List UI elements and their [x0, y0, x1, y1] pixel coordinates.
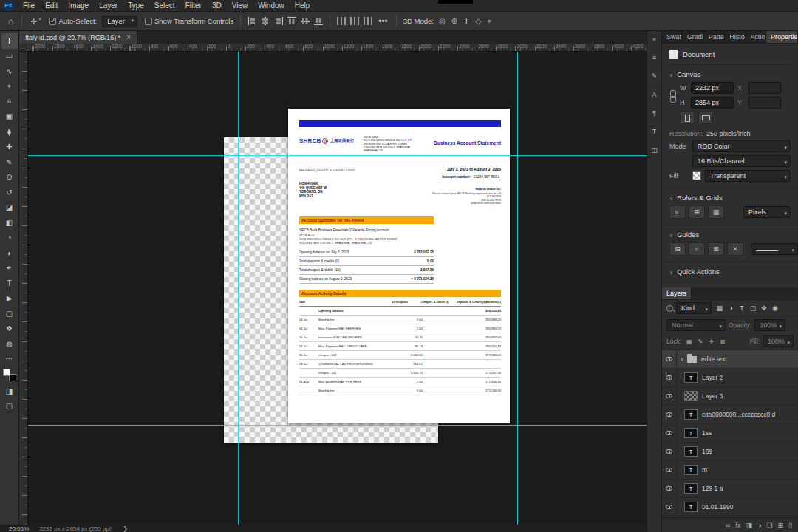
visibility-toggle[interactable] — [662, 387, 677, 405]
menu-item[interactable]: Layer — [94, 0, 123, 12]
guide-horizontal[interactable] — [28, 425, 647, 426]
tab-close-icon[interactable]: × — [126, 33, 131, 41]
zoom-tool[interactable]: ◍ — [1, 336, 18, 352]
canvas-section-header[interactable]: Canvas — [669, 70, 791, 78]
visibility-toggle[interactable] — [662, 424, 677, 442]
lock-guides-icon[interactable]: ⊠ — [708, 242, 724, 256]
menu-item[interactable]: 3D — [207, 0, 227, 12]
lock-position-icon[interactable]: ✛ — [706, 337, 716, 346]
ruler-corner[interactable] — [19, 44, 28, 52]
adjustment-layer-icon[interactable]: ◑ — [757, 522, 761, 529]
layer-row[interactable]: T 169 — [662, 443, 798, 461]
3d-slide-icon[interactable]: ◇ — [473, 17, 485, 25]
link-layers-icon[interactable]: ∞ — [726, 522, 730, 529]
guide-layout-icon[interactable]: ⌗ — [689, 242, 705, 256]
layer-thumbnail[interactable]: T — [684, 465, 698, 475]
blend-mode-dropdown[interactable]: Normal — [666, 319, 726, 331]
shape-tool[interactable]: ▢ — [1, 306, 18, 321]
distribute-horizontal-icon[interactable] — [337, 17, 346, 25]
guide-style-dropdown[interactable] — [751, 243, 798, 255]
3d-pan-icon[interactable]: ✛ — [460, 17, 472, 25]
align-right-icon[interactable] — [274, 17, 283, 25]
distribute-spacing-icon[interactable] — [364, 17, 372, 25]
quick-actions-section-header[interactable]: Quick Actions — [669, 267, 791, 276]
auto-select-target-dropdown[interactable]: Layer — [102, 16, 137, 27]
units-dropdown[interactable]: Pixels — [743, 206, 791, 218]
landscape-orientation-button[interactable] — [698, 112, 713, 124]
clear-guides-icon[interactable]: ✕ — [727, 242, 743, 256]
grid-icon[interactable]: ⊞ — [689, 205, 705, 219]
align-left-icon[interactable] — [248, 17, 256, 25]
healing-brush-tool[interactable]: ✚ — [1, 140, 18, 155]
layer-name[interactable]: Layer 2 — [702, 374, 723, 381]
guide-vertical[interactable] — [238, 52, 239, 525]
group-caret-icon[interactable]: ∨ — [677, 356, 687, 362]
filter-type-layers-icon[interactable]: T — [737, 303, 747, 313]
layer-effects-icon[interactable]: fx — [735, 522, 740, 529]
layer-name[interactable]: edite text — [701, 355, 727, 363]
filter-pixel-layers-icon[interactable]: ▦ — [715, 303, 725, 313]
menu-item[interactable]: File — [18, 0, 40, 12]
menu-item[interactable]: Type — [123, 0, 149, 12]
visibility-toggle[interactable] — [662, 350, 677, 368]
quick-mask-icon[interactable]: ◨ — [1, 383, 18, 399]
layer-filter-dropdown[interactable]: Kind — [676, 302, 712, 314]
gradient-tool[interactable]: ◧ — [1, 215, 18, 231]
menu-item[interactable]: Select — [149, 0, 180, 12]
layer-thumbnail[interactable] — [684, 391, 698, 401]
layers-fill-dropdown[interactable]: 100% — [763, 335, 794, 347]
layer-row[interactable]: T 01.01.1990 — [662, 498, 798, 516]
canvas-area[interactable]: SHRCB 上海农商银行 SRCB BANKNO.8 XINCHENG MIDD… — [28, 52, 647, 525]
menu-item[interactable]: Help — [290, 0, 316, 12]
frame-tool[interactable]: ▣ — [1, 109, 18, 125]
guide-vertical[interactable] — [517, 52, 518, 525]
3d-orbit-icon[interactable]: ◎ — [436, 17, 449, 25]
ruler-horizontal[interactable]: 2000180016001400120010008006004002000200… — [28, 44, 647, 52]
layer-mask-icon[interactable]: ◨ — [746, 522, 752, 529]
layer-name[interactable]: m — [702, 466, 707, 474]
auto-select-checkbox[interactable] — [49, 18, 56, 25]
move-tool-preset-icon[interactable] — [27, 16, 44, 27]
rulers-grids-section-header[interactable]: Rulers & Grids — [669, 194, 791, 202]
layer-row[interactable]: ∨ edite text — [662, 350, 798, 369]
zoom-level[interactable]: 20.66% — [9, 525, 29, 532]
layer-row[interactable]: T Layer 2 — [662, 369, 798, 387]
layer-name[interactable]: 01.01.1990 — [702, 503, 734, 511]
visibility-toggle[interactable] — [662, 480, 677, 497]
home-icon[interactable] — [4, 16, 17, 27]
panel-tab[interactable]: Patte — [704, 31, 725, 43]
layer-name[interactable]: 129 1 a — [702, 485, 723, 492]
layer-name[interactable]: 169 — [702, 448, 712, 455]
menu-item[interactable]: Edit — [40, 0, 63, 12]
align-bottom-icon[interactable] — [314, 17, 323, 25]
status-chevron-icon[interactable]: ❯ — [123, 525, 128, 532]
object-selection-tool[interactable]: ⌖ — [1, 79, 18, 95]
eyedropper-tool[interactable]: ⧫ — [1, 124, 18, 140]
adjustments-icon[interactable]: ≡ — [649, 52, 661, 63]
panel-tab[interactable]: Actio — [746, 31, 766, 43]
show-transform-checkbox[interactable] — [145, 18, 152, 25]
panel-tab[interactable]: Gradi — [683, 31, 704, 43]
layer-thumbnail[interactable]: T — [684, 428, 698, 438]
panel-tab[interactable]: Properties — [766, 31, 798, 43]
hand-tool[interactable]: ❖ — [1, 321, 18, 337]
guides-section-header[interactable]: Guides — [669, 231, 791, 239]
ruler-icon[interactable]: ⊾ — [669, 205, 686, 219]
blur-tool[interactable]: ◔ — [1, 231, 18, 246]
delete-layer-icon[interactable]: ▯ — [788, 522, 792, 529]
document-tab[interactable]: Italy id.psd @ 20.7% (RGB/16) * × — [19, 31, 137, 44]
visibility-toggle[interactable] — [662, 406, 677, 423]
lock-all-icon[interactable]: ⊠ — [717, 337, 727, 346]
3d-scale-icon[interactable]: ⌖ — [484, 17, 494, 26]
layer-thumbnail[interactable]: T — [684, 446, 698, 457]
menu-item[interactable]: Image — [63, 0, 94, 12]
lock-transparency-icon[interactable]: ▦ — [684, 337, 694, 346]
layer-name[interactable]: 1ss — [702, 429, 712, 437]
align-center-icon[interactable] — [261, 17, 270, 25]
lasso-tool[interactable]: ∿ — [1, 64, 18, 79]
lock-pixels-icon[interactable]: ✎ — [695, 337, 705, 346]
portrait-orientation-button[interactable] — [680, 112, 695, 124]
fill-dropdown[interactable]: Transparent — [705, 170, 791, 182]
layer-row[interactable]: T 129 1 a — [662, 480, 798, 498]
layer-row[interactable]: T 1ss — [662, 424, 798, 443]
